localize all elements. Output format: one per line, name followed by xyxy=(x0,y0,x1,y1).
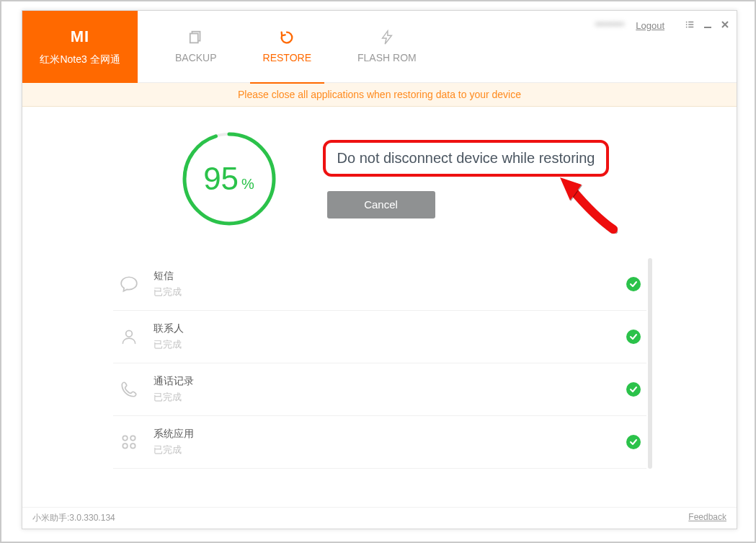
tab-backup[interactable]: BACKUP xyxy=(166,11,226,83)
logout-link[interactable]: Logout xyxy=(636,20,664,31)
tab-label: RESTORE xyxy=(263,52,311,63)
copy-icon xyxy=(188,30,204,48)
svg-rect-7 xyxy=(688,27,693,27)
bolt-icon xyxy=(379,30,395,48)
svg-point-14 xyxy=(123,443,128,449)
restore-icon xyxy=(279,30,295,48)
list-item: 系统应用 已完成 xyxy=(113,416,646,469)
list-item-subtitle: 已完成 xyxy=(154,443,612,456)
list-item-title: 系统应用 xyxy=(154,428,612,441)
list-item-subtitle: 已完成 xyxy=(154,338,612,351)
cancel-button[interactable]: Cancel xyxy=(327,191,435,218)
list-item-subtitle: 已完成 xyxy=(154,286,612,299)
list-item: 联系人 已完成 xyxy=(113,311,646,363)
progress-text-column: Do not disconnect device while restoring… xyxy=(323,140,610,218)
check-icon xyxy=(626,330,641,344)
svg-point-11 xyxy=(125,330,132,337)
list-item: 通话记录 已完成 xyxy=(113,363,646,416)
percent-symbol: % xyxy=(241,176,254,193)
window-controls: ******** Logout xyxy=(595,19,729,32)
progress-percent-label: 95 % xyxy=(179,128,280,229)
username-label: ******** xyxy=(595,20,624,31)
app-window: MI 红米Note3 全网通 BACKUP RESTORE FLASH R xyxy=(22,10,737,529)
restore-item-list: 短信 已完成 联系人 已完成 通话记录 已完成 xyxy=(113,258,646,469)
menu-list-icon[interactable] xyxy=(685,19,695,32)
list-item-title: 联系人 xyxy=(154,322,612,335)
svg-rect-8 xyxy=(704,27,711,28)
progress-area: 95 % Do not disconnect device while rest… xyxy=(51,128,708,229)
device-name: 红米Note3 全网通 xyxy=(40,53,120,66)
chat-icon xyxy=(119,274,139,294)
tab-label: BACKUP xyxy=(175,52,217,63)
close-icon[interactable] xyxy=(721,20,729,31)
notice-bar: Please close all applications when resto… xyxy=(22,83,737,107)
progress-value: 95 xyxy=(203,161,239,197)
footer: 小米助手:3.0.330.134 Feedback xyxy=(22,507,737,529)
progress-ring: 95 % xyxy=(179,128,280,229)
mi-logo-icon: MI xyxy=(71,27,89,46)
device-tile[interactable]: MI 红米Note3 全网通 xyxy=(22,11,138,83)
svg-point-13 xyxy=(130,436,135,441)
list-item-text: 联系人 已完成 xyxy=(154,322,612,351)
check-icon xyxy=(626,435,641,449)
tab-label: FLASH ROM xyxy=(357,52,417,63)
list-item-title: 通话记录 xyxy=(154,375,612,388)
person-icon xyxy=(119,327,139,347)
main-content: 95 % Do not disconnect device while rest… xyxy=(22,107,737,469)
svg-point-15 xyxy=(130,443,135,449)
list-item-title: 短信 xyxy=(154,270,612,283)
svg-rect-3 xyxy=(688,22,693,22)
check-icon xyxy=(626,277,641,291)
list-item-subtitle: 已完成 xyxy=(154,391,612,404)
phone-icon xyxy=(119,379,139,399)
annotation-arrow-icon xyxy=(551,173,623,238)
svg-point-4 xyxy=(686,24,688,25)
tab-restore[interactable]: RESTORE xyxy=(254,11,320,83)
list-item: 短信 已完成 xyxy=(113,258,646,311)
minimize-icon[interactable] xyxy=(703,20,712,31)
tab-flash-rom[interactable]: FLASH ROM xyxy=(349,11,425,83)
apps-icon xyxy=(119,432,139,452)
svg-point-12 xyxy=(123,436,128,441)
version-label: 小米助手:3.0.330.134 xyxy=(32,512,115,524)
list-item-text: 系统应用 已完成 xyxy=(154,428,612,456)
feedback-link[interactable]: Feedback xyxy=(688,512,726,524)
check-icon xyxy=(626,382,641,397)
svg-rect-1 xyxy=(190,34,198,43)
svg-rect-5 xyxy=(688,24,693,25)
list-item-text: 短信 已完成 xyxy=(154,270,612,299)
header: MI 红米Note3 全网通 BACKUP RESTORE FLASH R xyxy=(22,11,737,83)
svg-point-2 xyxy=(686,22,688,23)
svg-point-6 xyxy=(686,27,688,28)
warning-callout: Do not disconnect device while restoring xyxy=(323,140,610,177)
list-item-text: 通话记录 已完成 xyxy=(154,375,612,404)
scrollbar[interactable] xyxy=(648,258,652,469)
